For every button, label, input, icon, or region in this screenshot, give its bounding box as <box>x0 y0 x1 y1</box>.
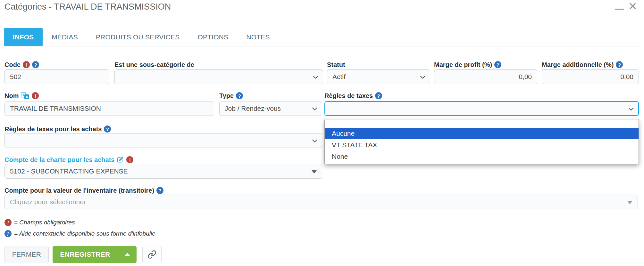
tax-rules-select[interactable] <box>324 101 639 116</box>
chevron-down-icon <box>628 108 634 111</box>
link-icon <box>147 250 156 259</box>
required-icon: ! <box>32 92 39 99</box>
help-icon[interactable]: ? <box>494 61 501 68</box>
purchase-chart-account-link[interactable]: Compte de la charte pour les achats ! <box>4 156 133 164</box>
required-icon: ! <box>126 156 133 163</box>
tab-infos[interactable]: INFOS <box>4 28 43 46</box>
svg-text:A: A <box>26 95 28 99</box>
edit-icon[interactable] <box>117 156 124 164</box>
required-icon: ! <box>23 61 30 68</box>
inventory-account-label: Compte pour la valeur de l'inventaire (t… <box>4 186 163 195</box>
help-icon[interactable]: ? <box>375 92 382 99</box>
name-input[interactable]: TRAVAIL DE TRANSMISSION <box>4 101 214 116</box>
purchase-chart-account-select[interactable]: 5102 - SUBCONTRACTING EXPENSE <box>4 164 322 179</box>
dropdown-option-aucune[interactable]: Aucune <box>325 128 639 139</box>
caret-up-icon <box>124 253 130 256</box>
purchase-tax-rules-select[interactable] <box>4 133 322 148</box>
help-icon[interactable]: ? <box>156 187 163 194</box>
chevron-down-icon <box>312 107 317 111</box>
save-options-toggle[interactable] <box>118 246 137 263</box>
close-icon[interactable]: ✕ <box>628 0 637 13</box>
profit-margin-label: Marge de profit (%) ? <box>434 60 501 69</box>
chevron-down-icon <box>312 139 317 143</box>
enregistrer-button[interactable]: ENREGISTRER <box>53 246 137 263</box>
tax-rules-label: Règles de taxes ? <box>324 92 382 100</box>
type-select[interactable]: Job / Rendez-vous <box>219 101 322 116</box>
subcategory-select[interactable] <box>114 69 323 84</box>
tab-produits-ou-services[interactable]: PRODUITS OU SERVICES <box>87 28 189 46</box>
help-icon[interactable]: ? <box>616 61 623 68</box>
caret-down-icon <box>312 170 317 173</box>
caret-down-icon <box>627 201 632 204</box>
tab-notes[interactable]: NOTES <box>237 28 279 46</box>
type-label: Type ? <box>219 92 243 100</box>
tab-medias[interactable]: MÉDIAS <box>43 28 87 46</box>
additional-margin-input[interactable]: 0,00 <box>542 69 639 84</box>
inventory-account-placeholder: Cliquez pour sélectionner <box>10 198 86 206</box>
legend-help: ? = Aide contextuelle disponible sous fo… <box>4 230 155 237</box>
required-icon: ! <box>4 219 12 226</box>
help-icon[interactable]: ? <box>104 125 111 133</box>
help-icon[interactable]: ? <box>236 92 243 99</box>
dropdown-option-empty[interactable] <box>325 119 639 128</box>
subcategory-label: Est une sous-catégorie de <box>114 60 194 69</box>
category-edit-window: Catégories - TRAVAIL DE TRANSMISSION ✕ I… <box>0 0 644 266</box>
purchase-tax-rules-label: Règles de taxes pour les achats ? <box>4 125 111 133</box>
code-label: Code ! ? <box>4 60 39 69</box>
dropdown-option-vt-state-tax[interactable]: VT STATE TAX <box>325 139 639 151</box>
dropdown-option-none[interactable]: None <box>325 151 639 162</box>
name-label: Nom A ! <box>4 92 39 100</box>
code-input[interactable]: 502 <box>4 69 109 84</box>
additional-margin-label: Marge additionnelle (%) ? <box>542 60 623 69</box>
translate-icon[interactable]: A <box>21 92 29 100</box>
page-title: Catégories - TRAVAIL DE TRANSMISSION <box>4 2 171 12</box>
status-select[interactable]: Actif <box>327 69 430 84</box>
profit-margin-input[interactable]: 0,00 <box>434 69 537 84</box>
status-label: Statut <box>327 60 345 69</box>
inventory-account-select[interactable]: Cliquez pour sélectionner <box>4 195 638 209</box>
minimize-icon[interactable] <box>615 9 624 10</box>
legend-required: ! = Champs obligatoires <box>4 219 75 226</box>
tab-options[interactable]: OPTIONS <box>188 28 237 46</box>
help-icon: ? <box>4 230 12 237</box>
tax-rules-dropdown: Aucune VT STATE TAX None <box>324 119 639 164</box>
fermer-button[interactable]: FERMER <box>4 246 49 263</box>
chevron-down-icon <box>420 76 425 79</box>
copy-link-button[interactable] <box>142 246 162 263</box>
help-icon[interactable]: ? <box>32 61 39 68</box>
chevron-down-icon <box>313 76 318 79</box>
tab-bar: INFOS MÉDIAS PRODUITS OU SERVICES OPTION… <box>4 28 640 46</box>
